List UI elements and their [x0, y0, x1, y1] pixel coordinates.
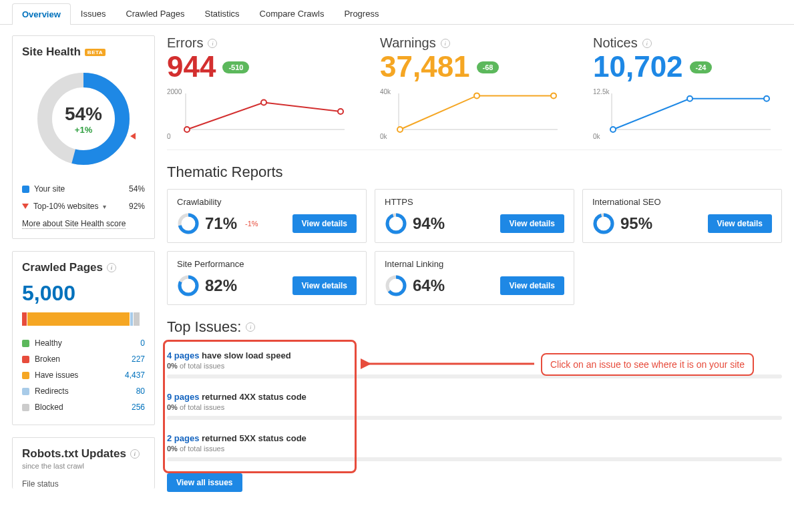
robots-card: Robots.txt Updates i since the last craw… [12, 437, 155, 489]
svg-point-23 [595, 215, 612, 232]
svg-point-21 [387, 215, 405, 232]
view-details-button[interactable]: View details [292, 214, 357, 233]
info-icon[interactable]: i [130, 449, 140, 459]
triangle-icon [22, 204, 29, 209]
info-icon[interactable]: i [208, 39, 217, 48]
crawled-pages-total: 5,000 [22, 281, 145, 306]
thematic-card: International SEO 95% View details [582, 189, 782, 243]
issue-item[interactable]: 2 pages returned 5XX status code 0% of t… [167, 427, 782, 468]
tab-overview[interactable]: Overview [12, 3, 71, 25]
more-about-link[interactable]: More about Site Health score [22, 219, 126, 229]
metric-warnings[interactable]: Warningsi 37,481-68 40k 0k [380, 35, 569, 140]
svg-point-15 [610, 127, 616, 132]
svg-point-6 [261, 100, 266, 105]
donut-icon [385, 274, 407, 297]
thematic-title: Thematic Reports [167, 164, 782, 181]
file-status-label: File status [22, 479, 145, 489]
site-health-title: Site Health BETA [22, 45, 145, 59]
view-details-button[interactable]: View details [500, 214, 564, 233]
site-health-pct: 54% [65, 103, 102, 125]
donut-icon [177, 274, 200, 297]
thematic-card: Crawlability 71% -1% View details [167, 189, 367, 243]
donut-icon [177, 212, 200, 235]
thematic-card: Internal Linking 64% View details [375, 251, 574, 305]
top-issues-title: Top Issues: i [167, 318, 782, 336]
top-issues-box: Click on an issue to see where it is on … [167, 344, 782, 492]
view-all-issues-button[interactable]: View all issues [167, 473, 242, 492]
site-health-card: Site Health BETA 54% +1% Your site 54% [12, 35, 155, 239]
svg-point-5 [184, 127, 190, 132]
donut-icon [592, 212, 615, 235]
tab-issues[interactable]: Issues [71, 3, 116, 24]
info-icon[interactable]: i [107, 263, 116, 272]
stat-row[interactable]: Redirects 80 [22, 383, 145, 399]
metric-errors[interactable]: Errorsi 944-510 2000 0 [167, 35, 356, 140]
crawled-pages-bar [22, 312, 145, 326]
robots-sub: since the last crawl [22, 462, 145, 470]
chevron-down-icon: ▾ [103, 203, 106, 210]
svg-point-11 [474, 93, 479, 98]
info-icon[interactable]: i [642, 39, 652, 48]
view-details-button[interactable]: View details [708, 214, 772, 233]
stat-row[interactable]: Healthy 0 [22, 335, 145, 351]
thematic-card: Site Performance 82% View details [167, 251, 367, 305]
tab-progress[interactable]: Progress [334, 3, 389, 24]
tab-compare-crawls[interactable]: Compare Crawls [250, 3, 335, 24]
annotation-arrow [361, 356, 541, 376]
svg-point-17 [764, 96, 769, 101]
donut-icon [385, 212, 407, 235]
robots-title: Robots.txt Updates i [22, 447, 145, 461]
tab-statistics[interactable]: Statistics [195, 3, 250, 24]
legend-your-site: Your site 54% [22, 180, 145, 198]
thematic-card: HTTPS 94% View details [375, 189, 574, 243]
info-icon[interactable]: i [441, 39, 450, 48]
info-icon[interactable]: i [246, 322, 255, 332]
annotation-callout: Click on an issue to see where it is on … [541, 353, 754, 376]
stat-row[interactable]: Blocked 256 [22, 399, 145, 415]
svg-point-16 [687, 96, 692, 101]
tab-crawled-pages[interactable]: Crawled Pages [116, 3, 194, 24]
stat-row[interactable]: Have issues 4,437 [22, 367, 145, 383]
svg-marker-2 [130, 133, 136, 140]
crawled-pages-card: Crawled Pages i 5,000 Healthy 0 Broken 2… [12, 251, 155, 425]
legend-top10[interactable]: Top-10% websites▾ 92% [22, 198, 145, 215]
site-health-donut: 54% +1% [30, 65, 137, 172]
tabs-bar: Overview Issues Crawled Pages Statistics… [0, 3, 794, 25]
crawled-pages-title: Crawled Pages i [22, 261, 145, 274]
metric-notices[interactable]: Noticesi 10,702-24 12.5k 0k [593, 35, 782, 140]
svg-point-10 [397, 127, 403, 132]
view-details-button[interactable]: View details [292, 276, 357, 295]
view-details-button[interactable]: View details [500, 276, 564, 295]
beta-badge: BETA [85, 49, 106, 56]
issue-item[interactable]: 9 pages returned 4XX status code 0% of t… [167, 385, 782, 427]
svg-point-7 [338, 109, 343, 114]
svg-point-12 [551, 93, 556, 98]
stat-row[interactable]: Broken 227 [22, 351, 145, 367]
site-health-delta: +1% [65, 125, 102, 135]
